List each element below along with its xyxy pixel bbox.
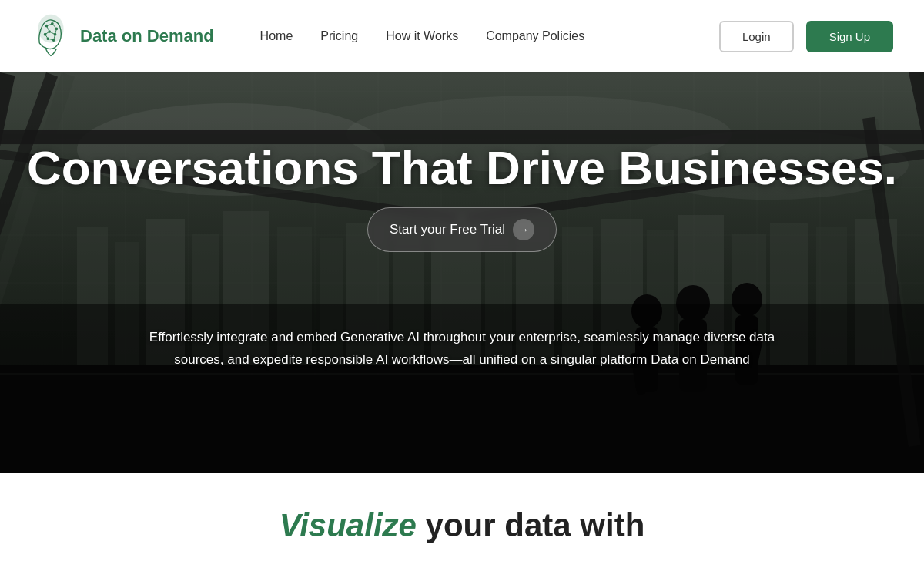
- hero-overlay: [0, 72, 924, 473]
- hero-cta-wrapper: Start your Free Trial →: [0, 207, 924, 252]
- below-hero-section: Visualize your data with: [0, 473, 924, 578]
- nav-how-it-works[interactable]: How it Works: [386, 29, 458, 43]
- visualize-rest: your data with: [417, 507, 644, 543]
- nav-company-policies[interactable]: Company Policies: [486, 29, 584, 43]
- signup-button[interactable]: Sign Up: [806, 21, 893, 52]
- arrow-icon: →: [513, 219, 534, 240]
- nav-links: Home Pricing How it Works Company Polici…: [260, 29, 719, 43]
- free-trial-label: Start your Free Trial: [390, 222, 505, 237]
- hero-headline: Conversations That Drive Businesses.: [0, 142, 924, 194]
- nav-home[interactable]: Home: [260, 29, 293, 43]
- hero-section: Conversations That Drive Businesses. Sta…: [0, 72, 924, 473]
- brand-logo-icon: [31, 13, 71, 59]
- login-button[interactable]: Login: [719, 21, 794, 52]
- visualize-word: Visualize: [280, 507, 417, 543]
- visualize-heading: Visualize your data with: [280, 507, 645, 544]
- hero-description: Effortlessly integrate and embed Generat…: [0, 327, 924, 371]
- free-trial-button[interactable]: Start your Free Trial →: [367, 207, 557, 252]
- svg-point-0: [38, 15, 63, 43]
- nav-actions: Login Sign Up: [719, 21, 893, 52]
- logo-area[interactable]: Data on Demand: [31, 13, 214, 59]
- brand-name: Data on Demand: [80, 26, 214, 46]
- navbar: Data on Demand Home Pricing How it Works…: [0, 0, 924, 72]
- nav-pricing[interactable]: Pricing: [320, 29, 358, 43]
